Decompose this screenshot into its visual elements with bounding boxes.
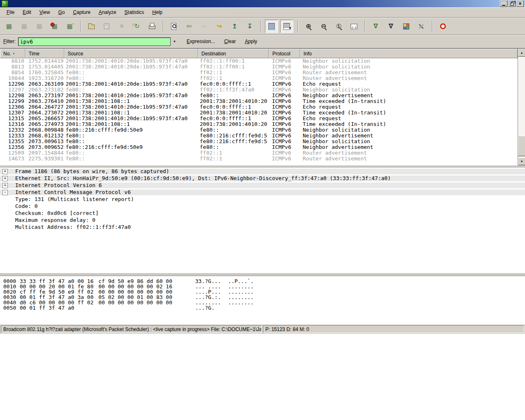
packet-row[interactable]: 146732275.939301fe80::ff02::1ICMPv6Route… [0, 156, 518, 162]
column-header-protocol[interactable]: Protocol [269, 49, 300, 58]
go-to-bottom-icon [246, 22, 254, 30]
display-filters-button[interactable] [384, 20, 397, 33]
detail-text: Multicast Address: ff02::1:ff3f:47a0 [0, 224, 131, 230]
close-button[interactable]: × [516, 0, 524, 7]
hex-row[interactable]: 0040d0 c6 00 00 00 00 ff 0200 00 00 00 0… [3, 300, 525, 305]
go-to-bottom-button[interactable] [243, 20, 256, 33]
restore-button[interactable] [508, 0, 516, 7]
packet-row[interactable]: 88131753.0144052001:738:2001:4010:20de:1… [0, 64, 518, 70]
zoom-100-button[interactable] [332, 20, 345, 33]
column-header-source[interactable]: Source [64, 49, 198, 58]
packet-cell-no: 12356 [0, 144, 25, 150]
column-header-info[interactable]: Info [300, 49, 518, 58]
scroll-down-button[interactable]: ▼ [518, 158, 525, 165]
packet-row[interactable]: 122962063.2631092001:738:2001:4010:20de:… [0, 81, 518, 87]
menu-capture[interactable]: Capture [69, 8, 95, 17]
packet-cell-dst: fe80::216:cfff:fe9d:5 [198, 139, 269, 144]
packet-row[interactable]: 122992063.2764102001:738:2001:108::12001… [0, 98, 518, 104]
go-forward-button[interactable] [198, 20, 211, 33]
expand-icon[interactable]: + [2, 176, 8, 181]
detail-row[interactable]: −Internet Control Message Protocol v6 [0, 189, 525, 195]
detail-row[interactable]: Multicast Address: ff02::1:ff3f:47a0 [0, 224, 525, 230]
menu-file[interactable]: File [2, 8, 18, 17]
packet-list-scrollbar[interactable]: ▲ ▼ [518, 49, 525, 165]
packet-cell-no: 12298 [0, 93, 25, 98]
menu-view[interactable]: View [35, 8, 54, 17]
packet-cell-proto: ICMPv6 [269, 87, 300, 93]
capture-filters-button[interactable] [369, 20, 382, 33]
column-header-destination[interactable]: Destination [198, 49, 269, 58]
title-bar[interactable]: × [0, 0, 525, 7]
print-button[interactable] [146, 20, 159, 33]
packet-row[interactable]: 123552073.009613fe80::fe80::216:cfff:fe9… [0, 139, 518, 144]
zoom-out-button[interactable] [317, 20, 330, 33]
detail-row[interactable]: Code: 0 [0, 203, 525, 209]
collapse-icon[interactable]: − [2, 190, 8, 195]
packet-row[interactable]: 123332068.012132fe80::fe80::216:cfff:fe9… [0, 133, 518, 139]
detail-row[interactable]: Checksum: 0xd0c6 [correct] [0, 210, 525, 216]
file-close-button[interactable] [115, 20, 128, 33]
resize-columns-button[interactable] [347, 20, 361, 33]
clear-button[interactable]: Clear [224, 39, 236, 44]
detail-row[interactable]: +Internet Protocol Version 6 [0, 183, 525, 188]
expand-icon[interactable]: + [2, 183, 8, 188]
packet-row[interactable]: 122972063.273182fe80::ff02::1:ff3f:47a0I… [0, 87, 518, 93]
packet-row[interactable]: 123162065.2749732001:738:2001:108::12001… [0, 121, 518, 127]
packet-list-pane: No.▾ Time Source Destination Protocol In… [0, 48, 525, 165]
help-button[interactable] [436, 20, 450, 33]
packet-row[interactable]: 123062064.2647272001:738:2001:4010:20de:… [0, 104, 518, 110]
go-to-packet-button[interactable] [213, 20, 226, 33]
toolbar-separator [297, 21, 298, 32]
detail-row[interactable]: Maximum response delay: 0 [0, 217, 525, 223]
expression-button[interactable]: Expression... [187, 39, 215, 44]
filter-dropdown-button[interactable]: ▼ [171, 37, 178, 46]
menu-edit[interactable]: Edit [18, 8, 35, 17]
menu-statistics[interactable]: Statistics [120, 8, 148, 17]
reload-button[interactable] [130, 20, 144, 33]
file-open-button[interactable] [85, 20, 98, 33]
find-packet-button[interactable] [167, 20, 180, 33]
preferences-button[interactable] [415, 20, 428, 33]
packet-cell-dst: ff02::1 [198, 150, 269, 156]
packet-row[interactable]: 123322068.009848fe80::216:cfff:fe9d:50e9… [0, 127, 518, 133]
packet-row[interactable]: 88101752.0144192001:738:2001:4010:20de:1… [0, 58, 518, 64]
scrollbar-thumb[interactable] [518, 136, 525, 156]
interface-list-button[interactable] [2, 20, 16, 33]
auto-scroll-button[interactable] [280, 20, 293, 33]
filter-input[interactable] [18, 37, 171, 46]
colorize-packet-list-button[interactable] [265, 20, 278, 33]
scroll-up-button[interactable]: ▲ [518, 49, 525, 57]
zoom-in-button[interactable] [302, 20, 315, 33]
detail-text: Code: 0 [0, 203, 38, 209]
packet-cell-proto: ICMPv6 [269, 156, 300, 162]
packet-row[interactable]: 123562073.009652fe80::216:cfff:fe9d:50e9… [0, 144, 518, 150]
detail-row[interactable]: +Ethernet II, Src: HonHaiPr_9d:50:e9 (00… [0, 176, 525, 181]
detail-row[interactable]: +Frame 1186 (86 bytes on wire, 86 bytes … [0, 169, 525, 174]
capture-start-button[interactable] [33, 20, 46, 33]
column-header-no[interactable]: No.▾ [0, 49, 25, 58]
coloring-rules-button[interactable] [399, 20, 413, 33]
hex-row[interactable]: 005000 01 ff 3f 47 a0...?G. [3, 305, 525, 310]
packet-cell-proto: ICMPv6 [269, 81, 300, 87]
column-header-time[interactable]: Time [25, 49, 64, 58]
capture-stop-button[interactable] [48, 20, 61, 33]
packet-row[interactable]: 123152065.2666572001:738:2001:4010:20de:… [0, 116, 518, 121]
file-save-as-button[interactable] [100, 20, 113, 33]
capture-restart-button[interactable] [63, 20, 76, 33]
minimize-button[interactable] [500, 0, 507, 7]
packet-row[interactable]: 88541760.325845fe80::ff02::1ICMPv6Router… [0, 70, 518, 75]
detail-row[interactable]: Type: 131 (Multicast listener report) [0, 196, 525, 202]
packet-row[interactable]: 125092097.154844fe80::ff02::1ICMPv6Route… [0, 150, 518, 156]
go-back-button[interactable] [183, 20, 196, 33]
menu-analyze[interactable]: Analyze [95, 8, 121, 17]
expand-icon[interactable]: + [2, 169, 8, 174]
packet-details-pane: +Frame 1186 (86 bytes on wire, 86 bytes … [0, 167, 525, 274]
go-to-top-button[interactable] [228, 20, 241, 33]
capture-options-button[interactable] [18, 20, 31, 33]
packet-row[interactable]: 108441923.316720fe80::ff02::1ICMPv6Route… [0, 75, 518, 81]
packet-row[interactable]: 123072064.2730722001:738:2001:108::12001… [0, 110, 518, 116]
menu-help[interactable]: Help [148, 8, 167, 17]
apply-button[interactable]: Apply [245, 39, 257, 44]
packet-row[interactable]: 122982063.2731972001:738:2001:4010:20de:… [0, 93, 518, 98]
menu-go[interactable]: Go [54, 8, 69, 17]
